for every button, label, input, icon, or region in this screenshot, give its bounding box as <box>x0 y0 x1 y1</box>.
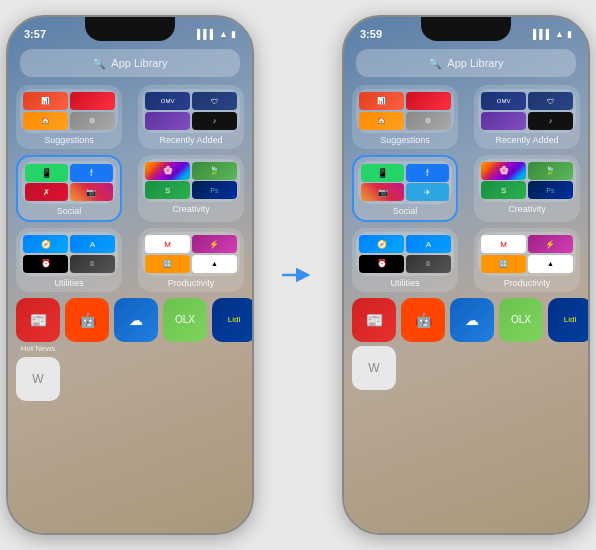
search-bar-1[interactable]: 🔍 App Library <box>20 49 240 77</box>
creativity-mini-grid-2: 🌸 🍃 S Ps <box>478 159 576 203</box>
fmi-bars-2: 📊 <box>359 92 404 110</box>
status-time-1: 3:57 <box>24 28 46 40</box>
fmi-drive-1: ▲ <box>192 255 237 273</box>
phone-frame-1: 3:57 ▌▌▌ ▲ ▮ 🔍 App Library 📊 <box>6 15 254 535</box>
apps-grid-2: 📊 🏠 ⚙ Suggestions OMV 🛡 ♪ <box>344 85 588 292</box>
row-3-2: 🧭 A ⏰ ⁞⁞ Utilities M ⚡ 🔢 ▲ <box>352 228 580 292</box>
fmi-house-2: 🏠 <box>359 112 404 130</box>
status-icons-1: ▌▌▌ ▲ ▮ <box>197 29 236 39</box>
social-mini-grid-2: 📱 f 📷 ✈ <box>358 161 452 205</box>
suggestions-mini-grid-2: 📊 🏠 ⚙ <box>356 89 454 133</box>
w-icon-1: W <box>16 357 60 401</box>
lidl-icon-2: Lidl <box>548 298 588 342</box>
phone-1: 3:57 ▌▌▌ ▲ ▮ 🔍 App Library 📊 <box>6 15 254 535</box>
icon-hotnews-1[interactable]: 📰 Hot News <box>16 298 60 353</box>
bottom-row-2-1: W <box>8 353 252 401</box>
battery-icon-2: ▮ <box>567 29 572 39</box>
icon-lidl-1[interactable]: Lidl <box>212 298 252 353</box>
folder-label-recently-1: Recently Added <box>159 135 222 145</box>
folder-social-2[interactable]: 📱 f 📷 ✈ Social <box>352 155 458 223</box>
folder-utilities-2[interactable]: 🧭 A ⏰ ⁞⁞ Utilities <box>352 228 458 292</box>
phone-notch-1 <box>85 17 175 41</box>
search-bar-2[interactable]: 🔍 App Library <box>356 49 576 77</box>
folder-label-productivity-1: Productivity <box>168 278 215 288</box>
utilities-mini-grid-1: 🧭 A ⏰ ⁞⁞ <box>20 232 118 276</box>
folder-label-suggestions-2: Suggestions <box>380 135 430 145</box>
fmi-dots-2: ⁞⁞ <box>406 255 451 273</box>
reddit-icon-1: 🤖 <box>65 298 109 342</box>
arrow-container <box>278 15 318 535</box>
fmi-safari-1: 🧭 <box>23 235 68 253</box>
social-mini-grid-1: 📱 f ✗ 📷 <box>22 161 116 205</box>
icon-lidl-2[interactable]: Lidl <box>548 298 588 342</box>
fmi-appstore-2: A <box>406 235 451 253</box>
signal-icon: ▌▌▌ <box>197 29 216 39</box>
status-time-2: 3:59 <box>360 28 382 40</box>
folder-social-1[interactable]: 📱 f ✗ 📷 Social <box>16 155 122 223</box>
icon-olx-2[interactable]: OLX <box>499 298 543 342</box>
w-icon-2: W <box>352 346 396 390</box>
fmi-insta-2: 📷 <box>361 183 404 201</box>
icon-reddit-2[interactable]: 🤖 <box>401 298 445 342</box>
fmi-leaf-1: 🍃 <box>192 162 237 180</box>
folder-utilities-1[interactable]: 🧭 A ⏰ ⁞⁞ Utilities <box>16 228 122 292</box>
fmi-s-1: S <box>145 181 190 199</box>
folder-recently-1[interactable]: OMV 🛡 ♪ Recently Added <box>138 85 244 149</box>
fmi-s-2: S <box>481 181 526 199</box>
folder-label-social-1: Social <box>57 206 82 216</box>
folder-label-creativity-1: Creativity <box>172 204 210 214</box>
fmi-calc-2: 🔢 <box>481 255 526 273</box>
fmi-leaf-2: 🍃 <box>528 162 573 180</box>
productivity-mini-grid-1: M ⚡ 🔢 ▲ <box>142 232 240 276</box>
fmi-clock-2: ⏰ <box>359 255 404 273</box>
folder-label-productivity-2: Productivity <box>504 278 551 288</box>
folder-productivity-2[interactable]: M ⚡ 🔢 ▲ Productivity <box>474 228 580 292</box>
row-2-1: 📱 f ✗ 📷 Social 🌸 🍃 S Ps <box>16 155 244 223</box>
fmi-tiktok-2: ♪ <box>528 112 573 130</box>
folder-recently-2[interactable]: OMV 🛡 ♪ Recently Added <box>474 85 580 149</box>
fmi-shortcuts-2: ⚡ <box>528 235 573 253</box>
fmi-facebook-2: f <box>406 164 449 182</box>
reddit-icon-2: 🤖 <box>401 298 445 342</box>
icon-weather-2[interactable]: ☁ <box>450 298 494 342</box>
folder-creativity-1[interactable]: 🌸 🍃 S Ps Creativity <box>138 155 244 223</box>
wifi-icon-2: ▲ <box>555 29 564 39</box>
fmi-house-1: 🏠 <box>23 112 68 130</box>
fmi-clock-1: ⏰ <box>23 255 68 273</box>
fmi-calc-1: 🔢 <box>145 255 190 273</box>
folder-productivity-1[interactable]: M ⚡ 🔢 ▲ Productivity <box>138 228 244 292</box>
folder-suggestions-1[interactable]: 📊 🏠 ⚙ Suggestions <box>16 85 122 149</box>
row-1-1: 📊 🏠 ⚙ Suggestions OMV 🛡 ♪ <box>16 85 244 149</box>
folder-creativity-2[interactable]: 🌸 🍃 S Ps Creativity <box>474 155 580 223</box>
fmi-omv-1: OMV <box>145 92 190 110</box>
folder-label-creativity-2: Creativity <box>508 204 546 214</box>
fmi-drive-2: ▲ <box>528 255 573 273</box>
icon-hotnews-2[interactable]: 📰 <box>352 298 396 342</box>
recently-mini-grid-1: OMV 🛡 ♪ <box>142 89 240 133</box>
wifi-icon: ▲ <box>219 29 228 39</box>
search-label-2: App Library <box>447 57 503 69</box>
fmi-ps-1: Ps <box>192 181 237 199</box>
icon-olx-1[interactable]: OLX <box>163 298 207 353</box>
lidl-icon-1: Lidl <box>212 298 252 342</box>
fmi-red-1 <box>70 92 115 110</box>
arrow-svg <box>280 257 316 293</box>
phone-screen-1: 3:57 ▌▌▌ ▲ ▮ 🔍 App Library 📊 <box>8 17 252 533</box>
fmi-ps-2: Ps <box>528 181 573 199</box>
fmi-shield-2: 🛡 <box>528 92 573 110</box>
battery-icon: ▮ <box>231 29 236 39</box>
icon-w-1[interactable]: W <box>16 357 60 401</box>
fmi-purple-1 <box>145 112 190 130</box>
folder-label-social-2: Social <box>393 206 418 216</box>
apps-grid-1: 📊 🏠 ⚙ Suggestions OMV 🛡 ♪ <box>8 85 252 292</box>
fmi-photos-2: 🌸 <box>481 162 526 180</box>
icon-weather-1[interactable]: ☁ <box>114 298 158 353</box>
olx-icon-2: OLX <box>499 298 543 342</box>
icon-w-2[interactable]: W <box>352 346 396 390</box>
fmi-gmail-2: M <box>481 235 526 253</box>
fmi-shield-1: 🛡 <box>192 92 237 110</box>
signal-icon-2: ▌▌▌ <box>533 29 552 39</box>
folder-suggestions-2[interactable]: 📊 🏠 ⚙ Suggestions <box>352 85 458 149</box>
icon-reddit-1[interactable]: 🤖 <box>65 298 109 353</box>
fmi-bars-1: 📊 <box>23 92 68 110</box>
